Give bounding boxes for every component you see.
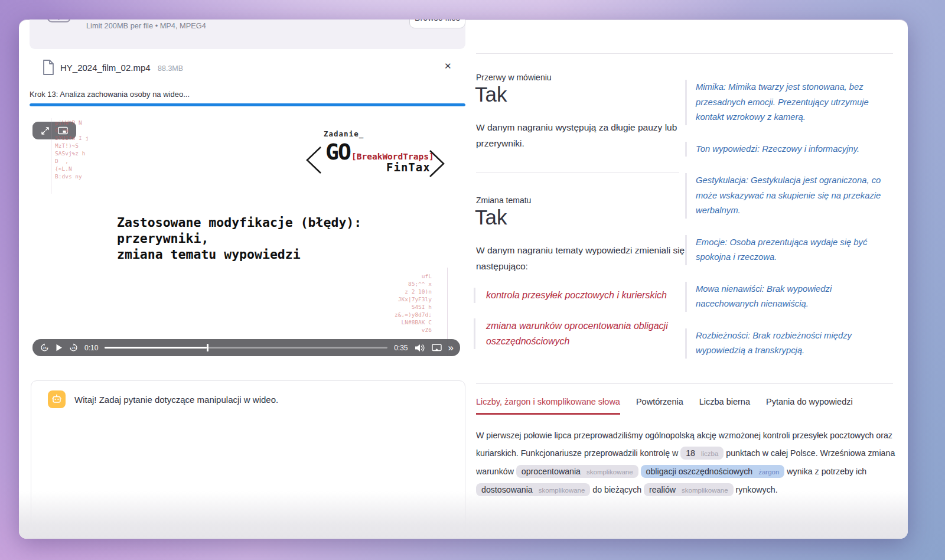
glitch-text-line: JKx|7yF3ly xyxy=(395,295,432,303)
video-glitch-line-left xyxy=(51,118,51,194)
metric-value-topic-change: Tak xyxy=(475,205,507,230)
playback-speed-icon[interactable]: » xyxy=(448,343,452,353)
progress-bar-fill xyxy=(30,103,465,106)
tab-1[interactable]: Liczby, żargon i skomplikowane słowa xyxy=(476,397,620,415)
svg-text:15: 15 xyxy=(71,346,75,350)
video-control-bar: 15 15 0:10 0:35 xyxy=(32,339,460,356)
chat-container: Witaj! Zadaj pytanie dotyczące manipulac… xyxy=(31,380,465,539)
tab-4[interactable]: Pytania do wypowiedzi xyxy=(766,397,853,415)
annotation-tag: skomplikowane xyxy=(586,468,633,476)
annotation-chip-skomplikowane: dostosowaniaskomplikowane xyxy=(476,483,590,496)
video-player[interactable]: pihW*P NG ^uSYUIfa I jMzT!)~SSASvj%z hD … xyxy=(30,115,465,357)
divider-tabs xyxy=(476,383,893,384)
behavior-quote: Gestykulacja: Gestykulacja jest ogranicz… xyxy=(685,173,895,219)
glitch-text-line: vZ6 xyxy=(395,326,432,334)
annotation-word: realiów xyxy=(649,485,676,494)
behavior-quote: Mowa nienawiści: Brak wypowiedzi nacecho… xyxy=(685,282,895,312)
progress-bar xyxy=(30,103,465,106)
behavior-quote: Emocje: Osoba prezentująca wydaje się by… xyxy=(685,235,895,265)
robot-icon xyxy=(51,394,62,405)
annotation-chip-żargon: obligacji oszczędnościowychżargon xyxy=(641,465,785,478)
glitch-text-line: 85;^^ x xyxy=(395,280,432,288)
topic-quotes-list: kontrola przesyłek pocztowych i kuriersk… xyxy=(474,288,677,364)
assistant-avatar xyxy=(48,390,66,408)
metric-label-pauses: Przerwy w mówieniu xyxy=(476,73,552,82)
glitch-text-line: z 2 10)n xyxy=(395,288,432,295)
glitch-text-line: {<L.N xyxy=(55,165,89,172)
glitch-text-line: LN#8BAK C xyxy=(395,318,432,326)
tab-3[interactable]: Liczba bierna xyxy=(699,397,750,415)
metric-value-pauses: Tak xyxy=(475,82,507,107)
paragraph-text: wynika z potrzeby ich xyxy=(784,467,866,476)
uploaded-file-name: HY_2024_film_02.mp4 xyxy=(60,63,151,73)
glitch-text-line: pihW*P N xyxy=(55,119,89,126)
assistant-message: Witaj! Zadaj pytanie dotyczące manipulac… xyxy=(74,395,278,405)
glitch-text-line: SASvj%z h xyxy=(55,149,89,157)
metric-desc-pauses: W danym nagraniu występują za długie pau… xyxy=(476,120,680,151)
play-icon[interactable] xyxy=(56,344,63,351)
video-glitch-text-right: ufL85;^^ xz 2 10)nJKx|7yF3lyS4SI hz&,=)y… xyxy=(395,272,432,334)
glitch-text-line: MzT!)~S xyxy=(55,142,89,149)
glitch-text-line: ufL xyxy=(395,272,432,280)
annotation-chip-liczba: 18liczba xyxy=(680,447,724,460)
paragraph-text xyxy=(638,467,641,476)
behavior-quote: Ton wypowiedzi: Rzeczowy i informacyjny. xyxy=(685,142,895,157)
metric-desc-topic-change: W danym nagraniu tematy wypowiedzi zmien… xyxy=(476,243,689,274)
upload-cloud-icon xyxy=(47,19,71,27)
logo-fintax-text: FinTax xyxy=(386,161,431,174)
glitch-text-line: S4SI h xyxy=(395,303,432,311)
video-zadanie-label: Zadanie_ xyxy=(324,129,364,138)
browse-files-label: Browse files xyxy=(415,19,460,22)
video-seek-bar[interactable] xyxy=(105,347,387,349)
tab-2[interactable]: Powtórzenia xyxy=(636,397,683,415)
annotation-word: oprocentowania xyxy=(522,467,581,476)
logo-left-angle-icon xyxy=(305,145,322,175)
divider-top xyxy=(476,53,893,54)
glitch-text-line: G ^u xyxy=(55,126,89,134)
video-seek-handle[interactable] xyxy=(207,344,208,351)
cast-icon[interactable] xyxy=(432,344,442,352)
browse-files-button[interactable]: Browse files xyxy=(409,19,465,28)
annotation-tag: skomplikowane xyxy=(539,487,585,494)
glitch-text-line: B:dvs ny xyxy=(55,172,89,180)
glitch-text-line: SYUIfa I j xyxy=(55,134,89,142)
glitch-text-line: D , xyxy=(55,157,89,165)
annotation-chip-skomplikowane: realiówskomplikowane xyxy=(644,483,734,496)
video-current-time: 0:10 xyxy=(84,344,98,352)
analysis-tabs: Liczby, żargon i skomplikowane słowaPowt… xyxy=(476,397,853,415)
video-duration: 0:35 xyxy=(394,344,408,352)
video-glitch-text-left: pihW*P NG ^uSYUIfa I jMzT!)~SSASvj%z hD … xyxy=(55,119,89,180)
topic-quote: zmiana warunków oprocentowania obligacji… xyxy=(474,318,677,349)
metric-label-topic-change: Zmiana tematu xyxy=(476,196,531,205)
behavior-quote: Rozbieżności: Brak rozbieżności między w… xyxy=(685,328,895,359)
divider-metrics xyxy=(476,172,679,173)
forward-15-icon[interactable]: 15 xyxy=(69,343,78,352)
paragraph-text: do bieżących xyxy=(590,485,644,494)
volume-icon[interactable] xyxy=(415,344,425,352)
annotation-chip-skomplikowane: oprocentowaniaskomplikowane xyxy=(516,465,638,478)
dropzone-limit-label: Limit 200MB per file • MP4, MPEG4 xyxy=(86,21,206,30)
annotation-word: 18 xyxy=(686,448,695,458)
remove-file-icon[interactable]: ✕ xyxy=(444,61,452,71)
logo-breakwordtraps-text: [BreakWordTraps] xyxy=(351,152,434,161)
logo-go-text: GO xyxy=(325,139,350,165)
logo-right-angle-icon xyxy=(429,148,445,179)
uploaded-file-size: 88.3MB xyxy=(158,64,183,73)
annotation-tag: skomplikowane xyxy=(682,487,728,494)
topic-quote: kontrola przesyłek pocztowych i kuriersk… xyxy=(474,288,677,303)
svg-text:15: 15 xyxy=(43,346,46,350)
file-dropzone[interactable]: Drag and drop file here Limit 200MB per … xyxy=(30,19,465,49)
fullscreen-icon[interactable] xyxy=(41,126,50,135)
video-seek-played xyxy=(105,347,206,349)
replay-15-icon[interactable]: 15 xyxy=(40,343,49,352)
glitch-text-line: z&,=)y8d7d; xyxy=(395,311,432,318)
desktop-background: { "colors": { "progress_blue": "#1C83E1"… xyxy=(0,0,945,560)
annotation-tag: liczba xyxy=(701,450,718,457)
behavior-quote: Mimika: Mimika twarzy jest stonowana, be… xyxy=(685,80,895,125)
file-document-icon xyxy=(43,60,54,75)
app-window: Drag and drop file here Limit 200MB per … xyxy=(19,19,908,539)
annotated-paragraph: W pierwszej połowie lipca przeprowadzili… xyxy=(476,426,904,499)
paragraph-text: rynkowych. xyxy=(734,485,778,494)
annotation-word: obligacji oszczędnościowych xyxy=(646,467,753,476)
annotation-tag: żargon xyxy=(758,468,779,476)
